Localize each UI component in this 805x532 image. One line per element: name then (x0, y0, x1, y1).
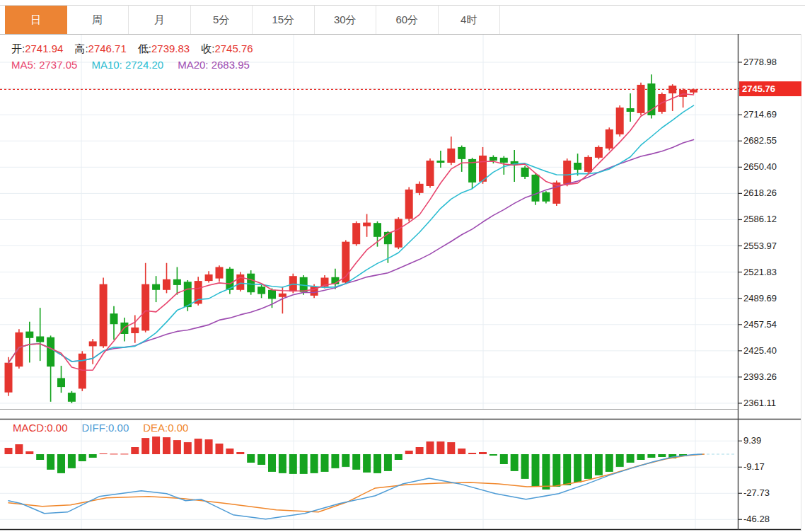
macd-bar (616, 454, 624, 467)
candle-body (690, 89, 697, 92)
macd-bar (458, 449, 465, 454)
ma20-value: MA20: 2683.95 (178, 59, 250, 71)
price-axis-label: 2618.26 (743, 187, 777, 199)
open-label: 开: (11, 42, 25, 54)
candle-body (100, 284, 108, 347)
candle-body (584, 157, 592, 172)
macd-bar (532, 454, 540, 487)
macd-bar (25, 451, 33, 454)
candle-body (352, 223, 360, 244)
price-axis-label: 2457.54 (743, 319, 777, 330)
price-axis-label: 2778.98 (743, 57, 777, 68)
macd-readout: MACD:0.00DIFF:0.00DEA:0.00 (13, 422, 202, 434)
high-value: 2746.71 (88, 42, 127, 54)
macd-bar (15, 444, 23, 454)
macd-bar (542, 454, 550, 490)
diff-value: DIFF:0.00 (82, 422, 129, 434)
macd-bar (552, 454, 560, 487)
candle-body (436, 161, 444, 163)
price-axis-label: 2361.11 (743, 398, 776, 409)
macd-bar (384, 454, 392, 471)
macd-bar (279, 454, 286, 473)
candle-body (5, 363, 13, 393)
macd-bar (5, 448, 13, 454)
macd-bar (120, 453, 128, 454)
candle-body (647, 83, 655, 115)
macd-bar (321, 454, 329, 472)
macd-bar (574, 454, 581, 482)
ma10-value: MA10: 2724.20 (91, 59, 163, 71)
tab-month[interactable]: 月 (129, 6, 191, 34)
candle-body (458, 147, 465, 159)
macd-bar (152, 436, 160, 454)
low-label: 低: (138, 42, 151, 54)
ma-readout: MA5: 2737.05MA10: 2724.20MA20: 2683.95 (11, 59, 264, 71)
price-axis-label: 2714.69 (743, 109, 777, 120)
ma5-value: MA5: 2737.05 (11, 59, 77, 71)
price-axis-label: 2393.26 (743, 371, 777, 383)
kline-chart[interactable] (0, 0, 805, 532)
candle-body (500, 158, 508, 163)
macd-bar (216, 444, 224, 454)
candle-body (15, 332, 23, 366)
macd-axis-label: -9.17 (743, 461, 765, 473)
price-axis-label: 2521.83 (743, 267, 777, 278)
tab-m30[interactable]: 30分 (315, 6, 377, 34)
tab-m60[interactable]: 60分 (376, 6, 439, 34)
candle-body (205, 274, 213, 281)
macd-bar (226, 449, 233, 454)
price-axis-label: 2586.12 (743, 214, 777, 225)
candle-body (195, 281, 202, 303)
candle-body (616, 108, 624, 134)
macd-bar (395, 454, 402, 460)
macd-bar (141, 438, 149, 454)
candle-body (447, 149, 455, 163)
macd-bar (331, 454, 339, 468)
macd-bar (500, 454, 508, 464)
macd-bar (131, 447, 139, 454)
candle-body (563, 161, 571, 184)
candle-body (532, 175, 540, 202)
macd-bar (521, 454, 529, 479)
macd-bar (289, 454, 297, 474)
candle-body (57, 378, 65, 387)
candle-body (542, 192, 550, 202)
candle-body (279, 294, 286, 297)
tab-m5[interactable]: 5分 (191, 6, 253, 34)
candle-body (405, 190, 413, 219)
ma5-line (8, 94, 694, 371)
tab-m15[interactable]: 15分 (253, 6, 315, 34)
macd-bar (110, 453, 118, 454)
candle-body (47, 337, 54, 367)
candle-body (395, 219, 402, 247)
price-axis-label: 2650.40 (743, 161, 777, 173)
low-value: 2739.83 (151, 42, 190, 54)
candle-body (141, 284, 149, 331)
macd-bar (373, 454, 381, 473)
macd-bar (247, 454, 255, 463)
macd-bar (236, 452, 244, 454)
macd-value: MACD:0.00 (13, 422, 68, 434)
tab-day[interactable]: 日 (5, 6, 67, 34)
tab-week[interactable]: 周 (67, 6, 129, 34)
macd-bar (47, 454, 54, 470)
macd-bar (195, 439, 202, 454)
macd-bar (490, 454, 497, 456)
ohlc-readout: 开:2741.94高:2746.71低:2739.83收:2745.76 (11, 42, 265, 56)
macd-bar (447, 442, 455, 454)
macd-bar (257, 454, 265, 465)
candle-body (574, 163, 581, 170)
macd-bar (405, 451, 413, 454)
macd-bar (637, 454, 645, 460)
candle-body (257, 287, 265, 294)
tab-h4[interactable]: 4时 (439, 6, 501, 34)
price-axis-label: 2489.69 (743, 293, 777, 304)
macd-bar (563, 454, 571, 485)
candle-body (595, 147, 603, 158)
macd-bar (658, 454, 666, 457)
macd-bar (427, 441, 434, 454)
macd-bar (342, 454, 349, 467)
price-axis-label: 2425.40 (743, 345, 777, 357)
candle-body (131, 328, 139, 333)
candle-body (637, 85, 645, 113)
